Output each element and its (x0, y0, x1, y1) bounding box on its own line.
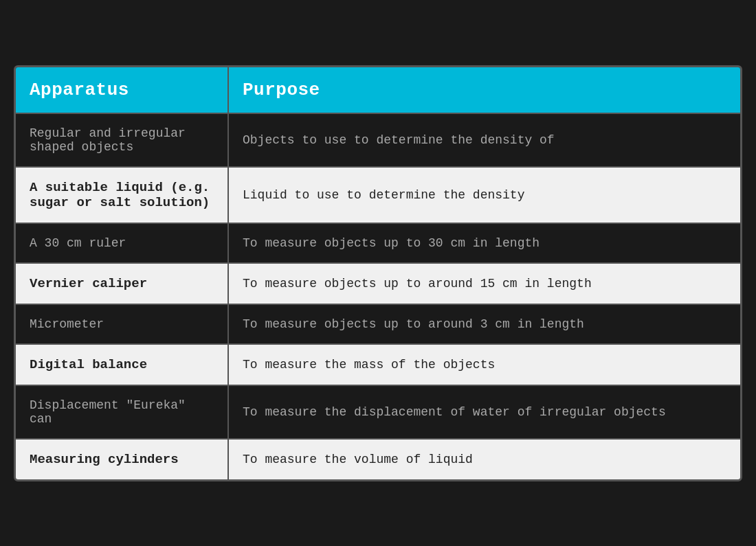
table-header: Apparatus Purpose (16, 67, 740, 113)
apparatus-cell-6: Digital balance (16, 345, 229, 385)
purpose-header-label: Purpose (243, 80, 320, 100)
purpose-cell-8: To measure the volume of liquid (229, 440, 740, 479)
table-row: Displacement "Eureka" canTo measure the … (16, 385, 740, 438)
table-row: A 30 cm rulerTo measure objects up to 30… (16, 223, 740, 262)
apparatus-header-label: Apparatus (30, 80, 129, 100)
purpose-cell-1: Objects to use to determine the density … (229, 114, 740, 166)
apparatus-cell-2: A suitable liquid (e.g. sugar or salt so… (16, 168, 229, 223)
table-body: Regular and irregular shaped objectsObje… (16, 113, 740, 479)
apparatus-cell-3: A 30 cm ruler (16, 224, 229, 262)
purpose-cell-3: To measure objects up to 30 cm in length (229, 224, 740, 262)
rows-container: Regular and irregular shaped objectsObje… (16, 113, 740, 479)
apparatus-cell-8: Measuring cylinders (16, 440, 229, 479)
table-row: A suitable liquid (e.g. sugar or salt so… (16, 166, 740, 223)
table-row: Regular and irregular shaped objectsObje… (16, 113, 740, 166)
table-row: MicrometerTo measure objects up to aroun… (16, 304, 740, 343)
purpose-header: Purpose (229, 67, 740, 113)
purpose-cell-4: To measure objects up to around 15 cm in… (229, 264, 740, 304)
table-row: Digital balanceTo measure the mass of th… (16, 343, 740, 385)
main-table: Apparatus Purpose Regular and irregular … (14, 65, 742, 481)
apparatus-cell-7: Displacement "Eureka" can (16, 386, 229, 438)
purpose-cell-5: To measure objects up to around 3 cm in … (229, 305, 740, 343)
purpose-cell-2: Liquid to use to determine the density (229, 168, 740, 223)
table-row: Vernier caliperTo measure objects up to … (16, 262, 740, 304)
apparatus-cell-4: Vernier caliper (16, 264, 229, 304)
purpose-cell-7: To measure the displacement of water of … (229, 386, 740, 438)
purpose-cell-6: To measure the mass of the objects (229, 345, 740, 385)
apparatus-header: Apparatus (16, 67, 229, 113)
apparatus-cell-1: Regular and irregular shaped objects (16, 114, 229, 166)
apparatus-cell-5: Micrometer (16, 305, 229, 343)
table-row: Measuring cylindersTo measure the volume… (16, 438, 740, 479)
